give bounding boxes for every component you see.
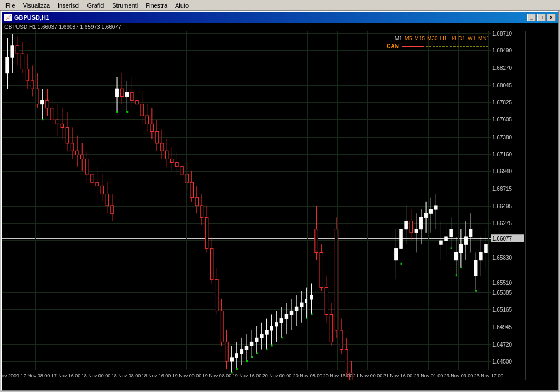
menu-inserisci[interactable]: Inserisci (54, 1, 83, 10)
chart-area[interactable]: M1 M5 M15 M30 H1 H4 D1 W1 MN1 CAN (2, 31, 558, 380)
main-window: 📈 GBPUSD,H1 _ □ × GBPUSD,H1 1.66037 1.66… (1, 11, 559, 391)
title-bar: 📈 GBPUSD,H1 _ □ × (2, 12, 558, 23)
can-line-svg (402, 45, 489, 48)
window-title: GBPUSD,H1 (14, 14, 49, 21)
tf-m30[interactable]: M30 (427, 36, 438, 42)
menu-grafici[interactable]: Grafici (84, 1, 108, 10)
tf-h4[interactable]: H4 (449, 36, 456, 42)
tf-d1[interactable]: D1 (458, 36, 465, 42)
maximize-button[interactable]: □ (537, 14, 546, 21)
menu-strumenti[interactable]: Strumenti (109, 1, 141, 10)
minimize-button[interactable]: _ (527, 14, 536, 21)
tf-m1[interactable]: M1 (395, 36, 402, 42)
can-text: CAN (387, 43, 399, 49)
menu-bar: File Visualizza Inserisci Grafici Strume… (0, 0, 560, 11)
menu-visualizza[interactable]: Visualizza (20, 1, 53, 10)
menu-aiuto[interactable]: Aiuto (172, 1, 192, 10)
chart-info: GBPUSD,H1 1.66037 1.66087 1.65973 1.6607… (2, 23, 558, 31)
title-bar-text: 📈 GBPUSD,H1 (4, 14, 49, 21)
tf-mn1[interactable]: MN1 (478, 36, 489, 42)
tf-m15[interactable]: M15 (415, 36, 425, 42)
menu-finestra[interactable]: Finestra (142, 1, 171, 10)
window-icon: 📈 (4, 14, 12, 21)
tf-w1[interactable]: W1 (468, 36, 476, 42)
can-indicator: CAN (387, 43, 489, 49)
chart-info-label: GBPUSD,H1 1.66037 1.66087 1.65973 1.6607… (4, 24, 121, 30)
chart-main[interactable]: M1 M5 M15 M30 H1 H4 D1 W1 MN1 CAN (2, 31, 525, 380)
chart-canvas[interactable] (2, 31, 525, 380)
close-button[interactable]: × (547, 14, 556, 21)
x-axis (2, 380, 558, 390)
menu-file[interactable]: File (2, 1, 19, 10)
title-bar-buttons: _ □ × (527, 14, 556, 21)
chart-container: GBPUSD,H1 1.66037 1.66087 1.65973 1.6607… (2, 23, 558, 390)
tf-h1[interactable]: H1 (440, 36, 447, 42)
tf-m5[interactable]: M5 (405, 36, 412, 42)
timeframe-bar: M1 M5 M15 M30 H1 H4 D1 W1 MN1 (395, 36, 489, 42)
y-axis (525, 31, 558, 380)
